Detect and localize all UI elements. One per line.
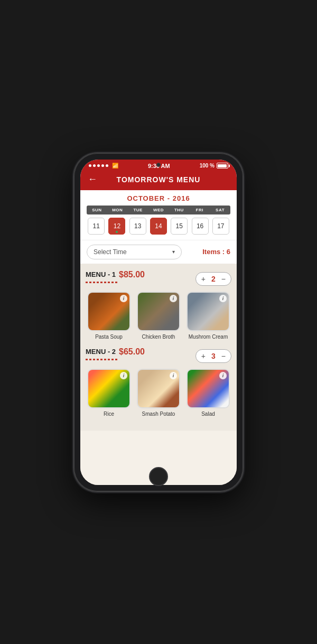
menu-1-qty-minus[interactable]: −: [221, 275, 226, 283]
menu-2-img-1: i: [137, 369, 180, 408]
menu-1-label-1: Chicken Broth: [142, 334, 175, 340]
menu-2-item-1[interactable]: i Smash Potato: [135, 369, 182, 417]
menu-1-title-area: MENU - 1 $85.00: [86, 270, 145, 288]
signal-area: 📶: [89, 163, 118, 169]
signal-dot-4: [101, 164, 104, 167]
menu-1-img-2: i: [187, 292, 230, 331]
battery-percent: 100 %: [200, 163, 215, 169]
signal-dot-3: [97, 164, 100, 167]
info-badge-1[interactable]: i: [170, 295, 177, 302]
menu-2-img-2: i: [187, 369, 230, 408]
menu-2-item-2[interactable]: i Salad: [185, 369, 231, 417]
calendar-section: OCTOBER - 2016 SUN MON TUE WED THU FRI S…: [80, 190, 237, 240]
day-cell-16[interactable]: 16: [192, 218, 209, 235]
day-cell-15[interactable]: 15: [171, 218, 188, 235]
menu-1-item-2[interactable]: i Mushrom Cream: [185, 292, 231, 340]
info-badge-1[interactable]: i: [170, 372, 177, 379]
day-wed: WED: [148, 208, 169, 212]
time-dropdown[interactable]: Select Time ▾: [87, 245, 182, 259]
phone-frame: 📶 9:30 AM 100 % ← TOMORROW'S MENU OCTOBE…: [74, 153, 243, 491]
menu-2-title: MENU - 2: [86, 348, 116, 356]
select-time-row: Select Time ▾ Items : 6: [80, 240, 237, 264]
info-badge-2[interactable]: i: [219, 372, 227, 379]
menu-2-underline: [86, 359, 117, 360]
items-count: Items : 6: [202, 248, 230, 256]
menu-2-price: $65.00: [119, 347, 145, 357]
wifi-icon: 📶: [112, 163, 118, 169]
menu-1-qty-number: 2: [210, 275, 217, 283]
menu-2-title-area: MENU - 2 $65.00: [86, 347, 145, 366]
month-label: OCTOBER - 2016: [87, 194, 230, 202]
menus-container: MENU - 1 $85.00 + 2 − i Pasta Soup: [80, 264, 237, 431]
menu-1-qty-plus[interactable]: +: [201, 275, 206, 283]
battery-area: 100 %: [200, 163, 228, 169]
menu-1-header: MENU - 1 $85.00 + 2 −: [86, 270, 231, 288]
battery-fill: [218, 164, 227, 167]
menu-2-label-1: Smash Potato: [142, 411, 175, 417]
info-badge-0[interactable]: i: [120, 372, 127, 379]
chevron-down-icon: ▾: [172, 249, 175, 255]
menu-1-label-0: Pasta Soup: [95, 334, 123, 340]
day-cell-17[interactable]: 17: [212, 218, 229, 235]
signal-dot-5: [106, 164, 108, 167]
info-badge-2[interactable]: i: [219, 295, 227, 302]
day-cell-13[interactable]: 13: [129, 218, 146, 235]
signal-dot-2: [93, 164, 96, 167]
menu-2-label-2: Salad: [201, 411, 215, 417]
scrollable-content: OCTOBER - 2016 SUN MON TUE WED THU FRI S…: [80, 190, 237, 485]
signal-dot-1: [89, 164, 91, 167]
menu-2-img-0: i: [87, 369, 130, 408]
page-header: ← TOMORROW'S MENU: [80, 171, 237, 190]
menu-2-qty-control[interactable]: + 3 −: [195, 349, 231, 363]
menu-2-header: MENU - 2 $65.00 + 3 −: [86, 347, 231, 366]
select-time-label: Select Time: [94, 248, 127, 256]
menu-1-price: $85.00: [119, 270, 145, 279]
day-tue: TUE: [128, 208, 148, 212]
menu-1-section: MENU - 1 $85.00 + 2 − i Pasta Soup: [86, 270, 231, 340]
back-button[interactable]: ←: [88, 174, 97, 185]
day-sun: SUN: [87, 208, 107, 212]
day-cell-11[interactable]: 11: [88, 218, 105, 235]
menu-1-item-0[interactable]: i Pasta Soup: [86, 292, 132, 340]
day-cell-12[interactable]: 12: [108, 218, 125, 235]
menu-1-food-grid: i Pasta Soup i Chicken Broth i: [86, 292, 231, 340]
menu-1-label-2: Mushrom Cream: [189, 334, 228, 340]
battery-icon: [217, 163, 228, 169]
menu-2-qty-plus[interactable]: +: [201, 352, 206, 360]
day-fri: FRI: [189, 208, 210, 212]
menu-2-label-0: Rice: [104, 411, 114, 417]
menu-2-food-grid: i Rice i Smash Potato i: [86, 369, 231, 417]
days-header-row: SUN MON TUE WED THU FRI SAT: [87, 206, 230, 214]
day-cell-14[interactable]: 14: [150, 218, 167, 235]
info-badge-0[interactable]: i: [120, 295, 127, 302]
camera: [156, 163, 161, 167]
menu-2-qty-number: 3: [210, 352, 217, 360]
menu-1-title: MENU - 1: [86, 270, 116, 278]
items-label: Items :: [202, 248, 227, 256]
days-row: 11121314151617: [87, 218, 230, 235]
menu-2-qty-minus[interactable]: −: [221, 352, 226, 360]
items-number: 6: [227, 248, 230, 256]
day-thu: THU: [169, 208, 189, 212]
menu-2-item-0[interactable]: i Rice: [86, 369, 132, 417]
menu-1-img-1: i: [137, 292, 180, 331]
phone-screen: 📶 9:30 AM 100 % ← TOMORROW'S MENU OCTOBE…: [80, 160, 237, 485]
page-title: TOMORROW'S MENU: [117, 175, 201, 184]
menu-1-underline: [86, 282, 117, 283]
menu-2-section: MENU - 2 $65.00 + 3 − i Rice: [86, 347, 231, 417]
menu-1-item-1[interactable]: i Chicken Broth: [135, 292, 182, 340]
menu-1-img-0: i: [87, 292, 130, 331]
day-sat: SAT: [210, 208, 230, 212]
menu-1-qty-control[interactable]: + 2 −: [195, 272, 231, 286]
day-mon: MON: [107, 208, 128, 212]
home-button[interactable]: [149, 467, 168, 486]
